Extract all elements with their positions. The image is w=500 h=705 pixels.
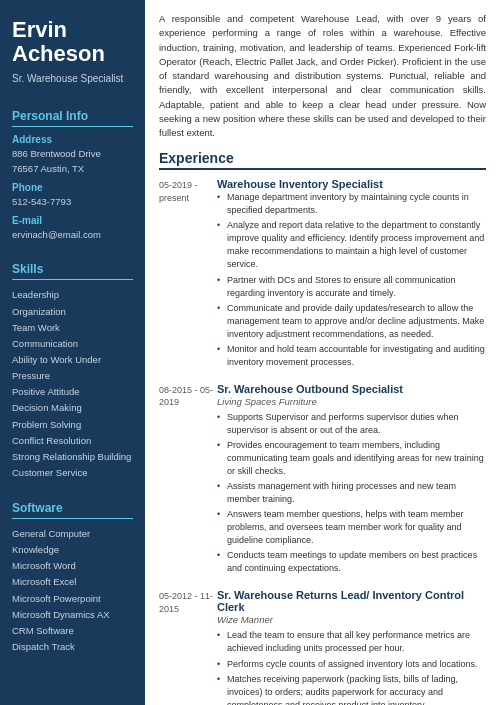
email: ervinach@email.com	[12, 228, 133, 242]
software-item: CRM Software	[12, 623, 133, 639]
exp-date: 05-2019 - present	[159, 178, 217, 371]
software-section: Software General Computer KnowledgeMicro…	[0, 489, 145, 663]
exp-bullet: Partner with DCs and Stores to ensure al…	[217, 274, 486, 300]
software-item: Dispatch Track	[12, 639, 133, 655]
exp-bullet: Manage department inventory by maintaini…	[217, 191, 486, 217]
skill-item: Strong Relationship Building	[12, 449, 133, 465]
exp-bullet: Analyze and report data relative to the …	[217, 219, 486, 271]
last-name: Acheson	[12, 42, 133, 66]
exp-bullet: Supports Supervisor and performs supervi…	[217, 411, 486, 437]
personal-info-title: Personal Info	[12, 109, 133, 127]
exp-bullet: Lead the team to ensure that all key per…	[217, 629, 486, 655]
skill-item: Leadership	[12, 287, 133, 303]
experience-entry: 05-2012 - 11-2015Sr. Warehouse Returns L…	[159, 589, 486, 705]
software-title: Software	[12, 501, 133, 519]
skill-item: Team Work	[12, 320, 133, 336]
exp-bullet: Monitor and hold team accountable for in…	[217, 343, 486, 369]
phone-label: Phone	[12, 182, 133, 193]
exp-bullets: Manage department inventory by maintaini…	[217, 191, 486, 369]
exp-job-title: Warehouse Inventory Specialist	[217, 178, 486, 190]
software-item: Microsoft Dynamics AX	[12, 607, 133, 623]
skills-section: Skills LeadershipOrganizationTeam WorkCo…	[0, 250, 145, 489]
software-item: Microsoft Word	[12, 558, 133, 574]
exp-bullet: Performs cycle counts of assigned invent…	[217, 658, 486, 671]
skill-item: Ability to Work Under Pressure	[12, 352, 133, 384]
summary-text: A responsible and competent Warehouse Le…	[159, 12, 486, 140]
address-line2: 76567 Austin, TX	[12, 162, 133, 176]
skill-item: Conflict Resolution	[12, 433, 133, 449]
experience-list: 05-2019 - presentWarehouse Inventory Spe…	[159, 178, 486, 705]
experience-title: Experience	[159, 150, 486, 170]
sidebar: Ervin Acheson Sr. Warehouse Specialist P…	[0, 0, 145, 705]
skill-item: Positive Attitude	[12, 384, 133, 400]
address-line1: 886 Brentwood Drive	[12, 147, 133, 161]
exp-bullet: Provides encouragement to team members, …	[217, 439, 486, 478]
first-name: Ervin	[12, 18, 133, 42]
email-label: E-mail	[12, 215, 133, 226]
skill-item: Decision Making	[12, 400, 133, 416]
skill-item: Communication	[12, 336, 133, 352]
skill-item: Customer Service	[12, 465, 133, 481]
exp-bullet: Answers team member questions, helps wit…	[217, 508, 486, 547]
exp-date: 05-2012 - 11-2015	[159, 589, 217, 705]
software-item: Microsoft Powerpoint	[12, 591, 133, 607]
exp-job-title: Sr. Warehouse Returns Lead/ Inventory Co…	[217, 589, 486, 613]
skill-item: Problem Solving	[12, 417, 133, 433]
address-label: Address	[12, 134, 133, 145]
sidebar-header: Ervin Acheson Sr. Warehouse Specialist	[0, 0, 145, 97]
exp-company: Living Spaces Furniture	[217, 396, 486, 407]
software-item: Microsoft Excel	[12, 574, 133, 590]
exp-bullets: Lead the team to ensure that all key per…	[217, 629, 486, 705]
exp-content: Sr. Warehouse Returns Lead/ Inventory Co…	[217, 589, 486, 705]
skills-list: LeadershipOrganizationTeam WorkCommunica…	[12, 287, 133, 481]
exp-bullet: Communicate and provide daily updates/re…	[217, 302, 486, 341]
job-title: Sr. Warehouse Specialist	[12, 72, 133, 85]
main-content: A responsible and competent Warehouse Le…	[145, 0, 500, 705]
exp-bullet: Matches receiving paperwork (packing lis…	[217, 673, 486, 705]
experience-entry: 08-2015 - 05-2019Sr. Warehouse Outbound …	[159, 383, 486, 578]
experience-entry: 05-2019 - presentWarehouse Inventory Spe…	[159, 178, 486, 371]
exp-job-title: Sr. Warehouse Outbound Specialist	[217, 383, 486, 395]
exp-bullets: Supports Supervisor and performs supervi…	[217, 411, 486, 576]
exp-company: Wize Manner	[217, 614, 486, 625]
skills-title: Skills	[12, 262, 133, 280]
personal-info-section: Personal Info Address 886 Brentwood Driv…	[0, 97, 145, 250]
skill-item: Organization	[12, 304, 133, 320]
phone: 512-543-7793	[12, 195, 133, 209]
exp-bullet: Assists management with hiring processes…	[217, 480, 486, 506]
software-item: General Computer Knowledge	[12, 526, 133, 558]
exp-content: Warehouse Inventory SpecialistManage dep…	[217, 178, 486, 371]
exp-bullet: Conducts team meetings to update members…	[217, 549, 486, 575]
software-list: General Computer KnowledgeMicrosoft Word…	[12, 526, 133, 655]
exp-content: Sr. Warehouse Outbound SpecialistLiving …	[217, 383, 486, 578]
exp-date: 08-2015 - 05-2019	[159, 383, 217, 578]
